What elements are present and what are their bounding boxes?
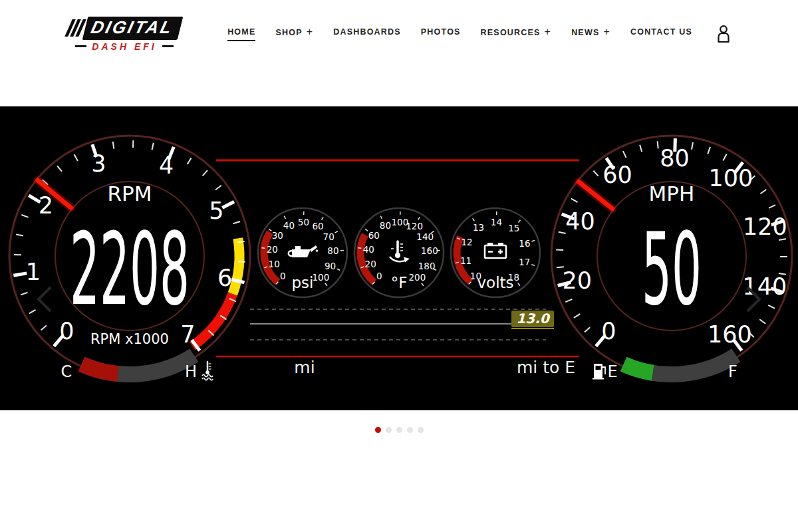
hero-carousel: 01234567RPM2208RPM x10000204060801001201… — [0, 106, 798, 410]
logo-bottom-row: DASH EFI — [75, 41, 173, 52]
logo-subtitle: DASH EFI — [92, 41, 156, 52]
coolant-icon — [202, 362, 213, 380]
nav-item-label: SHOP — [275, 28, 302, 42]
oil-can-icon — [289, 245, 319, 257]
carousel-prev-button[interactable] — [39, 287, 51, 311]
oil-pressure-gauge-scale-number: 80 — [327, 245, 338, 256]
coolant-hot-label: H — [185, 362, 197, 381]
plus-icon: + — [603, 26, 610, 38]
coolant-temp-gauge-unit-label: °F — [391, 274, 408, 291]
tick-mark — [74, 154, 78, 161]
logo-dash-left — [75, 45, 86, 47]
dashboard-slide: 01234567RPM2208RPM x10000204060801001201… — [0, 106, 798, 410]
tick-mark — [188, 158, 192, 164]
carousel-dot-3[interactable] — [396, 427, 402, 433]
main-nav: HOMESHOP+DASHBOARDSPHOTOSRESOURCES+NEWS+… — [227, 26, 692, 42]
tick-mark — [215, 186, 221, 190]
coolant-temp-gauge-scale-number: 40 — [363, 244, 374, 255]
tick-mark — [574, 314, 580, 318]
coolant-level-bar — [82, 355, 194, 374]
voltmeter-gauge-scale-number: 12 — [461, 237, 472, 247]
oil-pressure-gauge-scale-number: 30 — [272, 230, 283, 241]
tick-mark — [238, 261, 245, 262]
tachometer: 01234567RPM2208RPM x1000 — [9, 136, 250, 376]
nav-item-shop[interactable]: SHOP+ — [275, 26, 313, 42]
tachometer-unit-label: RPM x1000 — [90, 331, 169, 347]
tick-mark — [233, 221, 241, 223]
speedometer-scale-number: 80 — [660, 145, 690, 172]
tick-mark — [708, 147, 710, 154]
speedometer-scale-number: 0 — [601, 318, 616, 344]
tick-mark — [422, 283, 424, 286]
coolant-temp-icon — [390, 241, 410, 263]
oil-pressure-gauge-scale-number: 0 — [280, 271, 286, 281]
tick-mark — [335, 231, 338, 233]
tick-mark — [723, 154, 726, 161]
tachometer-scale-number: 1 — [26, 259, 41, 285]
oil-pressure-gauge-scale-number: 60 — [313, 221, 324, 231]
speedometer-scale-number: 60 — [602, 162, 632, 188]
plus-icon: + — [545, 26, 552, 38]
tachometer-scale-number: 3 — [91, 150, 106, 177]
miles-to-empty-value: 13.0 — [516, 311, 550, 327]
nav-item-dashboards[interactable]: DASHBOARDS — [333, 27, 401, 41]
tick-mark — [13, 273, 27, 275]
speedometer-scale-number: 100 — [708, 165, 753, 192]
warn-zone-red — [192, 294, 232, 346]
tachometer-scale-number: 5 — [209, 198, 223, 224]
oil-pressure-gauge: 0102030405060708090100psi — [258, 208, 347, 297]
tachometer-title: RPM — [108, 182, 152, 205]
logo[interactable]: DIGITAL DASH EFI — [68, 17, 180, 52]
fuel-full-label: F — [728, 362, 737, 381]
coolant-temp-gauge-scale-number: 0 — [376, 271, 382, 281]
oil-pressure-gauge-scale-number: 10 — [269, 259, 280, 269]
tick-mark — [284, 216, 285, 219]
voltmeter-gauge: 101112131415161718volts — [451, 208, 540, 297]
tick-mark — [269, 229, 271, 231]
logo-block: DIGITAL — [82, 17, 184, 40]
tick-mark — [261, 248, 265, 249]
tick-mark — [571, 199, 578, 203]
coolant-temp-gauge-scale-number: 60 — [368, 230, 380, 241]
nav-item-photos[interactable]: PHOTOS — [421, 27, 461, 41]
logo-top-row: DIGITAL — [68, 17, 180, 40]
tick-mark — [322, 217, 324, 219]
coolant-temp-gauge-scale-number: 80 — [380, 220, 391, 231]
fuel-empty-label: E — [607, 362, 617, 381]
nav-item-contact-us[interactable]: CONTACT US — [630, 27, 692, 41]
nav-item-label: NEWS — [571, 28, 599, 42]
nav-item-label: CONTACT US — [630, 27, 692, 41]
tick-mark — [222, 201, 234, 207]
tick-mark — [337, 269, 340, 270]
nav-item-label: RESOURCES — [481, 28, 541, 42]
nav-item-news[interactable]: NEWS+ — [571, 26, 610, 42]
carousel-dot-4[interactable] — [407, 427, 413, 433]
odometer-unit-label: mi — [294, 358, 315, 377]
carousel-dot-5[interactable] — [418, 427, 424, 433]
tick-mark — [16, 235, 23, 236]
carousel-dots — [0, 427, 798, 433]
tick-mark — [21, 215, 28, 217]
voltmeter-gauge-scale-number: 16 — [519, 238, 530, 249]
fuel-level-bar — [624, 355, 736, 374]
voltmeter-gauge-unit-label: volts — [477, 274, 513, 291]
nav-item-resources[interactable]: RESOURCES+ — [481, 26, 552, 42]
speedometer-scale-number: 140 — [742, 273, 787, 300]
logo-title: DIGITAL — [88, 17, 176, 38]
tick-mark — [518, 283, 520, 286]
voltmeter-gauge-scale-number: 14 — [491, 217, 502, 227]
tick-mark — [585, 327, 590, 332]
coolant-level-bar-fill — [82, 364, 118, 374]
coolant-temp-gauge: 020406080100120140160180200°F — [354, 208, 444, 297]
plus-icon: + — [307, 26, 314, 38]
tick-mark — [768, 305, 775, 309]
nav-item-home[interactable]: HOME — [227, 27, 255, 41]
tick-mark — [41, 326, 47, 331]
tick-mark — [769, 205, 775, 208]
tick-mark — [365, 229, 368, 231]
carousel-dot-1[interactable] — [375, 427, 381, 433]
tick-mark — [113, 142, 114, 149]
carousel-dot-2[interactable] — [386, 427, 392, 433]
account-button[interactable] — [715, 24, 732, 44]
oil-pressure-gauge-scale-number: 20 — [267, 244, 278, 255]
